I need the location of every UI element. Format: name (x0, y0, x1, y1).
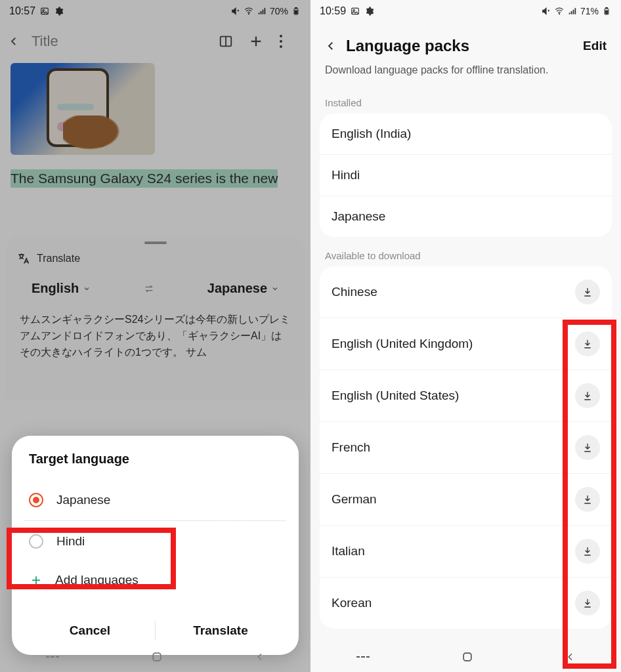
home-icon[interactable] (461, 650, 474, 663)
image-icon (39, 6, 50, 16)
svg-point-10 (280, 35, 282, 37)
source-language: English (32, 281, 79, 296)
list-item[interactable]: Hindi (320, 154, 612, 196)
target-language-dropdown[interactable]: Japanese (207, 281, 279, 296)
add-languages-label: Add languages (55, 573, 139, 587)
svg-rect-16 (154, 653, 161, 661)
status-time: 10:57 (9, 5, 35, 17)
svg-rect-26 (464, 653, 472, 661)
more-icon[interactable] (279, 34, 303, 49)
back-icon[interactable] (325, 40, 337, 52)
back-nav-icon[interactable] (565, 652, 576, 662)
radio-option-japanese[interactable]: Japanese (25, 481, 286, 519)
status-battery: 71% (580, 6, 599, 16)
battery-icon (601, 6, 612, 16)
svg-point-18 (353, 10, 354, 11)
recent-apps-icon[interactable] (356, 652, 370, 662)
swap-icon[interactable] (142, 284, 156, 294)
hero-image (11, 63, 155, 155)
svg-point-2 (248, 14, 249, 14)
note-topbar: Title (0, 22, 310, 60)
recent-apps-icon[interactable] (45, 652, 60, 662)
status-bar: 10:59 71% (310, 0, 621, 22)
translate-sheet: Translate English Japanese サムスンギャラクシーS24… (5, 235, 305, 400)
list-item: French (320, 421, 612, 473)
svg-point-11 (280, 40, 282, 43)
list-item: Chinese (320, 266, 612, 318)
translated-text: サムスンギャラクシーS24シリーズは今年の新しいプレミアムアンドロイドフォンであ… (17, 309, 293, 381)
image-icon (350, 6, 360, 16)
status-bar: 10:57 70% (0, 0, 310, 22)
language-name: Japanese (332, 209, 385, 224)
back-icon[interactable] (8, 35, 25, 47)
gear-icon (54, 6, 64, 16)
list-item: German (320, 473, 612, 525)
chevron-down-icon (271, 285, 279, 293)
svg-point-19 (559, 14, 559, 14)
translate-icon (17, 252, 30, 265)
drag-handle[interactable] (144, 242, 167, 244)
nav-bar (0, 642, 310, 672)
status-time: 10:59 (320, 5, 346, 17)
radio-option-hindi[interactable]: Hindi (25, 522, 286, 560)
radio-label: Hindi (56, 534, 85, 549)
list-item: English (United Kingdom) (320, 318, 612, 369)
svg-point-1 (43, 10, 44, 11)
home-icon[interactable] (150, 650, 163, 663)
download-button[interactable] (575, 280, 600, 304)
back-nav-icon[interactable] (255, 652, 265, 662)
svg-rect-4 (295, 8, 297, 9)
svg-rect-22 (605, 10, 608, 14)
download-button[interactable] (575, 435, 600, 460)
radio-selected-icon (29, 493, 43, 507)
language-name: French (332, 440, 370, 455)
page-title: Title (32, 33, 212, 50)
page-title: Language packs (346, 37, 574, 55)
language-name: English (United Kingdom) (332, 337, 473, 351)
wifi-icon (244, 6, 254, 16)
reader-icon[interactable] (219, 34, 242, 49)
download-button[interactable] (575, 539, 600, 564)
installed-section-label: Installed (310, 88, 621, 114)
available-section-label: Available to download (310, 241, 621, 266)
language-name: Korean (332, 596, 372, 610)
installed-list: English (India) Hindi Japanese (320, 114, 612, 237)
add-languages-button[interactable]: + Add languages (25, 560, 286, 600)
target-language: Japanese (207, 281, 267, 296)
list-item: Italian (320, 525, 612, 577)
modal-title: Target language (25, 452, 286, 467)
language-name: English (India) (332, 127, 411, 141)
mute-icon (230, 6, 241, 16)
download-button[interactable] (575, 487, 600, 512)
source-language-dropdown[interactable]: English (32, 281, 91, 296)
signal-icon (257, 6, 267, 16)
language-name: Chinese (332, 285, 377, 299)
download-button[interactable] (575, 591, 600, 616)
list-item[interactable]: English (India) (320, 114, 612, 154)
list-item: Korean (320, 577, 612, 629)
list-item[interactable]: Japanese (320, 196, 612, 237)
translate-label: Translate (37, 253, 80, 264)
subtitle: Download language packs for offline tran… (310, 64, 621, 88)
dotted-divider (25, 520, 286, 521)
available-list: Chinese English (United Kingdom) English… (320, 266, 612, 629)
signal-icon (567, 6, 578, 16)
wifi-icon (554, 6, 565, 16)
plus-icon[interactable] (249, 34, 272, 49)
edit-button[interactable]: Edit (583, 39, 607, 53)
radio-unselected-icon (29, 534, 43, 549)
plus-icon: + (29, 571, 43, 589)
status-battery: 70% (270, 6, 288, 16)
language-name: German (332, 492, 377, 507)
target-language-modal: Target language Japanese Hindi + Add lan… (12, 436, 299, 655)
svg-rect-21 (606, 8, 608, 9)
battery-icon (291, 6, 301, 16)
svg-point-12 (280, 45, 282, 48)
highlighted-text[interactable]: The Samsung Galaxy S24 series is the new (11, 169, 278, 188)
download-button[interactable] (575, 331, 600, 356)
download-button[interactable] (575, 383, 600, 408)
radio-label: Japanese (56, 493, 110, 507)
svg-rect-5 (295, 10, 297, 14)
language-name: English (United States) (332, 388, 459, 403)
nav-bar (310, 642, 621, 672)
